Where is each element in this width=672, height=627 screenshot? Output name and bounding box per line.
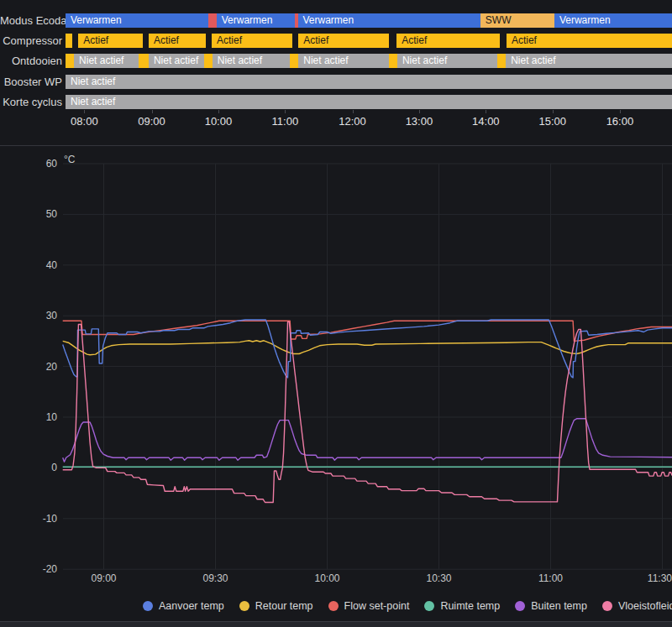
timeline-segment-sww[interactable]: SWW (480, 13, 554, 28)
timeline-axis-tick-label: 10:00 (200, 115, 237, 128)
legend-item-label: Flow set-point (344, 600, 410, 612)
timeline-axis-tick (486, 110, 486, 113)
timeline-axis-tick-label: 16:00 (601, 115, 638, 128)
legend-item-ruimte-temp[interactable]: Ruimte temp (424, 600, 500, 612)
timeline-segment-actief[interactable] (66, 54, 74, 68)
x-axis-tick-label: 10:00 (308, 572, 345, 584)
timeline-segment-actief[interactable]: Actief (212, 34, 292, 48)
timeline-segment-actief[interactable]: Actief (507, 34, 672, 48)
timeline-segment-actief[interactable]: Actief (149, 34, 206, 48)
timeline-segment-actief[interactable] (497, 54, 506, 68)
timeline-segment-verwarmen[interactable]: Verwarmen (298, 13, 480, 28)
timeline-segment-niet_actief[interactable]: Niet actief (506, 54, 672, 68)
x-axis-tick-label: 11:30 (638, 572, 672, 584)
timeline-segment-actief[interactable]: Actief (396, 34, 500, 48)
x-axis-tick-label: 10:30 (420, 572, 457, 584)
timeline-axis-tick (419, 110, 420, 113)
timeline-axis-tick-label: 09:00 (134, 115, 171, 128)
timeline-segment-defrost[interactable] (208, 13, 217, 28)
y-axis-tick-label: 60 (0, 158, 57, 170)
timeline-row-label: Compressor (0, 34, 62, 48)
timeline-segment-actief[interactable]: Actief (298, 34, 389, 48)
legend-item-label: Retour temp (255, 600, 313, 612)
legend-item-label: Ruimte temp (440, 600, 500, 612)
y-axis-tick-label: -10 (0, 513, 57, 525)
timeline-axis-tick-label: 14:00 (467, 115, 504, 128)
y-axis-tick-label: -20 (0, 563, 57, 575)
x-axis-tick-label: 11:00 (532, 572, 569, 584)
timeline-row: CompressorActiefActiefActiefActiefActief… (0, 34, 672, 48)
timeline-segment-actief[interactable] (290, 54, 298, 68)
y-axis-tick-label: 0 (0, 462, 57, 473)
timeline-axis-tick (553, 110, 554, 113)
timeline-segment-verwarmen[interactable]: Verwarmen (554, 13, 672, 28)
legend-item-label: Aanvoer temp (159, 600, 224, 612)
series-line-buiten-temp (63, 419, 672, 462)
timeline-row: OntdooienNiet actiefNiet actiefNiet acti… (0, 54, 672, 68)
timeline-segment-verwarmen[interactable]: Verwarmen (66, 13, 208, 28)
timeline-segment-niet_actief[interactable]: Niet actief (298, 54, 389, 68)
timeline-segment-niet_actief[interactable]: Niet actief (66, 75, 672, 89)
state-timeline-panel: Modus EcodanVerwarmenVerwarmenVerwarmenS… (0, 0, 672, 145)
legend-color-dot-icon (515, 601, 525, 611)
timeline-axis-tick-label: 08:00 (66, 115, 102, 128)
timeline-axis-tick-label: 15:00 (534, 115, 571, 128)
timeline-segment-niet_actief[interactable]: Niet actief (74, 54, 139, 68)
temperature-chart-canvas (0, 146, 672, 583)
timeline-row-label: Modus Ecodan (0, 13, 62, 28)
timeline-axis-tick (620, 110, 621, 113)
dashboard: Modus EcodanVerwarmenVerwarmenVerwarmenS… (0, 0, 672, 627)
y-axis-tick-label: 40 (0, 259, 57, 271)
timeline-row: Modus EcodanVerwarmenVerwarmenVerwarmenS… (0, 13, 672, 28)
legend-item-retour-temp[interactable]: Retour temp (239, 600, 313, 612)
timeline-axis-tick-label: 12:00 (334, 115, 371, 128)
series-line-retour-temp (63, 341, 672, 355)
legend-color-dot-icon (143, 601, 153, 611)
temperature-chart-panel: °C 6050403020100-10-20 09:0009:3010:0010… (0, 146, 672, 620)
legend-color-dot-icon (424, 601, 434, 611)
timeline-row-label: Booster WP (0, 75, 62, 89)
timeline-row-label: Ontdooien (0, 54, 62, 68)
timeline-axis-tick (84, 110, 85, 113)
timeline-segment-verwarmen[interactable]: Verwarmen (217, 13, 295, 28)
timeline-segment-niet_actief[interactable]: Niet actief (397, 54, 497, 68)
series-line-aanvoer-temp (63, 320, 672, 378)
timeline-row-track: Niet actief (66, 75, 672, 89)
bottom-scrollbar-strip[interactable] (0, 621, 672, 627)
x-axis-tick-label: 09:30 (197, 572, 234, 584)
timeline-segment-niet_actief[interactable]: Niet actief (66, 95, 672, 109)
timeline-axis-tick (218, 110, 219, 113)
timeline-segment-actief[interactable] (204, 54, 212, 68)
legend-color-dot-icon (328, 601, 339, 611)
timeline-row-track: Niet actief (66, 95, 672, 109)
series-line-vloeistofleiding (63, 321, 672, 502)
timeline-axis-tick-label: 13:00 (401, 115, 438, 128)
legend-item-vloeistofleiding[interactable]: Vloeistofleiding (602, 600, 672, 612)
timeline-segment-niet_actief[interactable]: Niet actief (149, 54, 204, 68)
timeline-row: Korte cyclusNiet actief (0, 95, 672, 109)
y-axis-tick-label: 50 (0, 208, 57, 220)
timeline-axis-tick (152, 110, 153, 113)
legend-item-label: Buiten temp (531, 600, 587, 612)
legend-color-dot-icon (602, 601, 612, 611)
timeline-axis-tick-label: 11:00 (266, 115, 303, 128)
legend-item-buiten-temp[interactable]: Buiten temp (515, 600, 587, 612)
timeline-segment-niet_actief[interactable]: Niet actief (213, 54, 290, 68)
timeline-row: Booster WPNiet actief (0, 75, 672, 89)
legend-item-aanvoer-temp[interactable]: Aanvoer temp (143, 600, 224, 612)
timeline-row-track: ActiefActiefActiefActiefActiefActief (66, 34, 672, 48)
timeline-segment-actief[interactable] (389, 54, 397, 68)
timeline-axis-tick (353, 110, 354, 113)
y-axis-tick-label: 10 (0, 411, 57, 423)
timeline-segment-actief[interactable]: Actief (78, 34, 143, 48)
legend-color-dot-icon (239, 601, 249, 611)
chart-legend: Aanvoer tempRetour tempFlow set-pointRui… (160, 596, 672, 616)
timeline-row-label: Korte cyclus (0, 95, 62, 109)
legend-item-label: Vloeistofleiding (618, 600, 672, 612)
timeline-row-track: VerwarmenVerwarmenVerwarmenSWWVerwarmen (66, 13, 672, 28)
timeline-segment-actief[interactable] (66, 34, 72, 48)
timeline-axis-tick (285, 110, 286, 113)
timeline-row-track: Niet actiefNiet actiefNiet actiefNiet ac… (66, 54, 672, 68)
legend-item-flow-set-point[interactable]: Flow set-point (328, 600, 410, 612)
timeline-segment-actief[interactable] (139, 54, 149, 68)
